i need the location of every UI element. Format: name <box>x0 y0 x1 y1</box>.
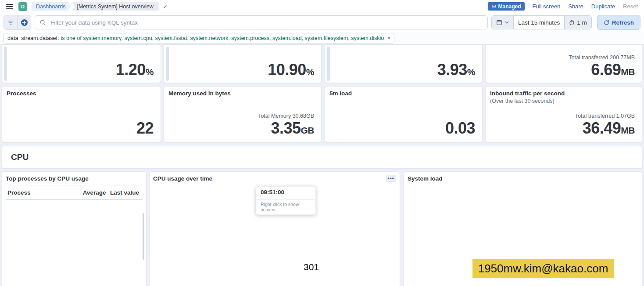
time-range-button[interactable]: Last 15 minutes <box>513 16 565 29</box>
check-icon[interactable]: ✓ <box>163 3 168 10</box>
remove-filter-icon[interactable]: × <box>387 35 390 41</box>
metric-panel-outbound-traffic: Total transferred 200.77MB 6.69MB <box>485 44 642 83</box>
refresh-icon <box>604 20 609 25</box>
filter-bar: data_stream.dataset: is one of system.me… <box>0 32 644 44</box>
top-processes-panel: Top processes by CPU usage Process Avera… <box>2 171 147 286</box>
panel-title: Top processes by CPU usage <box>6 175 89 182</box>
tooltip-time: 09:51:00 <box>256 187 315 198</box>
metric-panel-5m-load: 5m load 0.03 <box>325 86 483 142</box>
breadcrumb-current-page[interactable]: [Metrics System] Host overview <box>72 2 158 11</box>
date-picker-calendar-button[interactable] <box>492 16 513 29</box>
stopwatch-icon <box>569 20 575 25</box>
add-filter-icon[interactable] <box>17 15 31 29</box>
app-logo[interactable]: D <box>18 2 27 11</box>
panel-title: Inbound traffic per second <box>490 90 565 97</box>
metric-panel-inbound-traffic: Inbound traffic per second (Over the las… <box>485 86 642 142</box>
metric-panel-memory-usage: 10.90% <box>164 44 322 83</box>
metric-subtitle: Total transferred 200.77MB <box>569 54 635 61</box>
section-title: CPU <box>11 152 29 162</box>
filter-value: is one of system.memory, system.cpu, sys… <box>61 35 384 41</box>
metric-value: 3.35GB <box>271 119 314 138</box>
panel-title: Memory used in bytes <box>168 90 231 97</box>
metric-panel-disk-usage: 3.93% <box>325 44 483 83</box>
column-header-last-value: Last value <box>109 189 143 196</box>
cpu-section-header: CPU <box>2 146 642 169</box>
metric-subtitle: Total transferred 1.07GB <box>575 113 635 119</box>
watermark-overlay: 1950mw.kim@kakao.com <box>472 259 614 278</box>
search-icon <box>39 19 46 26</box>
reset-button[interactable]: Reset <box>623 3 638 10</box>
metric-panel-memory-used: Memory used in bytes Total Memory 30.68G… <box>164 86 322 142</box>
query-bar: Last 15 minutes 1 m Refresh <box>0 13 644 32</box>
time-picker: Last 15 minutes 1 m <box>491 15 592 29</box>
panel-subtitle: (Over the last 30 seconds) <box>490 98 555 104</box>
metric-subtitle: Total Memory 30.68GB <box>258 113 314 119</box>
metric-panel-cpu-usage: 1.20% <box>2 44 161 83</box>
metric-value: 22 <box>136 119 154 138</box>
refresh-interval-button[interactable]: 1 m <box>565 16 591 29</box>
top-navigation-bar: D Dashboards [Metrics System] Host overv… <box>0 0 644 13</box>
tooltip-footer: Right-click to show actions <box>256 199 315 214</box>
refresh-button[interactable]: Refresh <box>597 15 640 30</box>
overlay-annotation: 301 <box>304 262 319 272</box>
panel-title: 5m load <box>329 90 352 97</box>
metric-progress-track <box>4 47 7 81</box>
metric-value: 10.90% <box>268 61 314 79</box>
full-screen-button[interactable]: Full screen <box>533 3 561 10</box>
duplicate-button[interactable]: Duplicate <box>591 3 615 10</box>
table-scrollbar[interactable] <box>143 213 144 260</box>
kql-search-input[interactable] <box>50 19 483 26</box>
metric-value: 0.03 <box>445 119 475 138</box>
panel-title: CPU usage over time <box>153 175 212 182</box>
metric-value: 3.93% <box>437 61 475 79</box>
metric-panel-processes: Processes 22 <box>2 86 161 142</box>
share-button[interactable]: Share <box>568 3 583 10</box>
managed-logo-icon: bd <box>491 4 497 9</box>
filter-field: data_stream.dataset: <box>7 35 59 41</box>
menu-icon[interactable] <box>6 4 13 9</box>
managed-badge[interactable]: bd Managed <box>488 2 525 11</box>
panel-title: System load <box>408 175 443 182</box>
process-table: Process Average Last value <box>6 185 143 200</box>
column-header-process: Process <box>6 189 78 196</box>
metric-progress-track <box>327 47 330 81</box>
chart-tooltip: 09:51:00 Right-click to show actions <box>256 186 316 215</box>
filter-pill[interactable]: data_stream.dataset: is one of system.me… <box>4 33 394 43</box>
kql-search-box[interactable] <box>35 15 488 29</box>
panel-options-icon[interactable]: ••• <box>386 175 396 182</box>
metric-value: 36.49MB <box>583 119 635 138</box>
breadcrumb-dashboards[interactable]: Dashboards <box>32 2 71 11</box>
calendar-icon <box>496 19 502 25</box>
panel-title: Processes <box>7 90 36 97</box>
dashboard-page: D Dashboards [Metrics System] Host overv… <box>0 0 644 286</box>
filter-menu-icon[interactable] <box>4 15 17 29</box>
metric-progress-track <box>166 47 169 81</box>
metric-value: 6.69MB <box>591 61 635 79</box>
table-header: Process Average Last value <box>6 185 143 200</box>
metric-value: 1.20% <box>116 61 154 79</box>
column-header-average: Average <box>78 189 110 196</box>
chevron-down-icon <box>504 20 509 25</box>
